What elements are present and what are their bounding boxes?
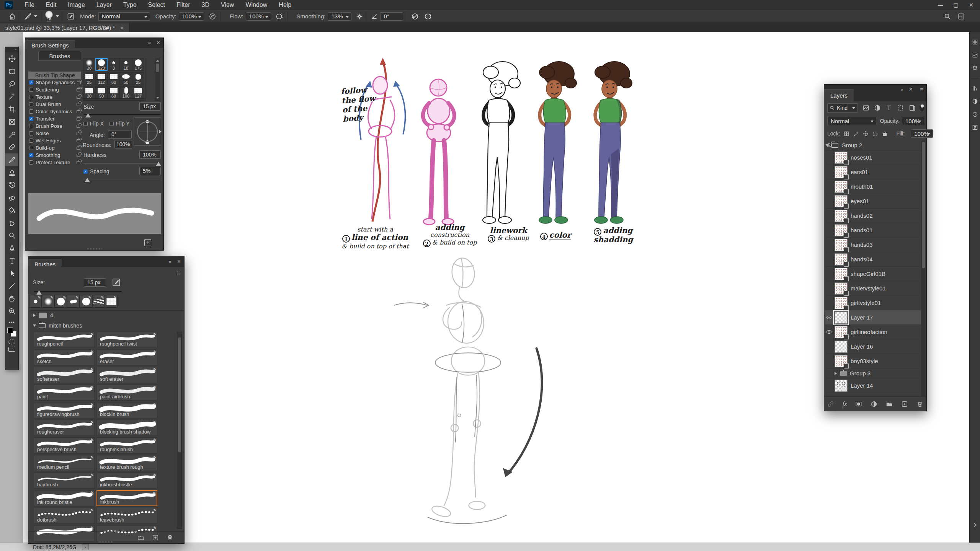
airbrush-icon[interactable]	[276, 13, 283, 20]
checkbox[interactable]	[29, 131, 33, 135]
smoothing-select[interactable]: 13%	[328, 12, 351, 21]
filter-toggle[interactable]	[920, 104, 924, 112]
layer-row[interactable]: Layer 14	[825, 378, 922, 393]
layer-row[interactable]: shapeGirl01B	[825, 267, 922, 281]
brush-option-row[interactable]: Smoothing	[28, 152, 81, 159]
menu-item[interactable]: Window	[245, 2, 267, 8]
brush-size-field[interactable]: 15 px	[84, 278, 106, 287]
layer-thumbnail[interactable]	[835, 341, 848, 353]
lock-transparency-icon[interactable]	[844, 131, 849, 137]
frame-tool[interactable]	[5, 116, 18, 128]
layer-thumbnail[interactable]	[835, 268, 848, 280]
layer-row[interactable]: mouth01	[825, 179, 922, 194]
brush-preset[interactable]: ✎ figuredrawingbrush	[34, 402, 95, 418]
brush-preset[interactable]: ✎ ink round bristle	[34, 490, 95, 506]
brush-preset[interactable]: ✎ blockin brush	[96, 402, 157, 418]
lock-icon[interactable]	[77, 154, 80, 157]
checkbox[interactable]	[29, 95, 33, 99]
lock-position-icon[interactable]	[863, 131, 869, 137]
angle-roundness-dial[interactable]	[134, 117, 161, 146]
pressure-opacity-icon[interactable]	[209, 13, 216, 20]
collapse-toolbar-icon[interactable]: »	[5, 47, 18, 52]
link-icon[interactable]	[827, 401, 834, 408]
new-group-icon[interactable]	[886, 401, 893, 408]
group-caret-icon[interactable]	[826, 144, 829, 147]
layer-row[interactable]: ears01	[825, 165, 922, 179]
lock-icon[interactable]	[77, 110, 80, 113]
brush-option-row[interactable]: Color Dynamics	[28, 108, 81, 115]
brush-tip-cell[interactable]: 60	[108, 86, 120, 99]
layer-row[interactable]: hands03	[825, 238, 922, 252]
brush-tip-shape-item[interactable]: Brush Tip Shape	[28, 72, 81, 79]
layer-thumbnail[interactable]	[835, 152, 848, 164]
filter-shape-icon[interactable]	[897, 104, 904, 111]
layer-thumbnail[interactable]	[835, 355, 848, 367]
brush-tip-cell[interactable]: 10	[120, 58, 132, 71]
collapse-panel-icon[interactable]: «	[148, 40, 151, 46]
close-tab-icon[interactable]: ×	[120, 24, 124, 31]
lasso-tool[interactable]	[5, 78, 18, 90]
menu-item[interactable]: Help	[279, 2, 291, 8]
brush-preset[interactable]: ✎ softeraser	[34, 367, 95, 383]
recent-brush-chip[interactable]: ✎	[105, 295, 118, 308]
recent-brush-chip[interactable]: ✎	[92, 295, 105, 308]
stroke-preview-toggle-icon[interactable]	[112, 278, 121, 287]
brush-option-row[interactable]: Texture	[28, 93, 81, 101]
collapse-panel-icon[interactable]: «	[169, 259, 172, 264]
brush-tip-cell[interactable]: 175	[132, 58, 144, 71]
layer-thumbnail[interactable]	[835, 326, 848, 338]
brush-group-collapsed[interactable]: 4	[30, 311, 183, 320]
swatches-panel-icon[interactable]	[972, 39, 978, 45]
spacing-field[interactable]: 5%	[139, 167, 161, 175]
lock-all-icon[interactable]	[882, 131, 888, 137]
layer-row[interactable]: Group 3	[825, 368, 922, 378]
brush-option-row[interactable]: Shape Dynamics	[28, 79, 81, 86]
brush-preset[interactable]: ✎ inkbrushbristle	[96, 473, 157, 489]
checkbox[interactable]	[29, 109, 33, 114]
brush-tool-preset-icon[interactable]	[24, 13, 32, 20]
checkbox[interactable]	[29, 160, 33, 165]
checkbox[interactable]	[29, 88, 33, 92]
visibility-toggle[interactable]	[825, 194, 834, 208]
brush-tip-cell[interactable]: 50	[120, 72, 132, 85]
libraries-panel-icon[interactable]	[972, 85, 978, 91]
adjustment-layer-icon[interactable]	[871, 401, 877, 408]
smoothing-gear-icon[interactable]	[356, 13, 363, 20]
hardness-field[interactable]: 100%	[139, 150, 161, 159]
expand-arrow-icon[interactable]	[972, 522, 978, 528]
paint-bucket-tool[interactable]	[5, 204, 18, 217]
gradients-panel-icon[interactable]	[972, 52, 978, 58]
menu-item[interactable]: Edit	[46, 2, 57, 8]
brush-tip-cell[interactable]: 25	[132, 72, 144, 85]
brush-preset[interactable]: ✎ dotbrush	[34, 508, 95, 524]
recent-brush-chip[interactable]: ✎	[42, 295, 54, 308]
layer-thumbnail[interactable]	[835, 239, 848, 251]
brush-tip-cell[interactable]: 100	[120, 86, 132, 99]
visibility-toggle[interactable]	[825, 325, 834, 339]
angle-field[interactable]: 0°	[108, 130, 132, 139]
menu-item[interactable]: Filter	[176, 2, 190, 8]
screen-mode-icon[interactable]	[8, 347, 15, 352]
brush-preset[interactable]: ✎ paint	[34, 385, 95, 401]
visibility-toggle[interactable]	[825, 267, 834, 281]
checkbox[interactable]	[29, 80, 33, 85]
layer-thumbnail[interactable]	[835, 166, 848, 178]
visibility-toggle[interactable]	[825, 281, 834, 295]
layer-style-fx-icon[interactable]: fx	[843, 401, 847, 408]
brush-preset[interactable]: ✎ hairbrush	[34, 473, 95, 489]
brush-preset[interactable]: ✎ blocking brush shadow	[96, 420, 157, 436]
properties-panel-icon[interactable]	[972, 124, 978, 130]
rectangular-marquee-tool[interactable]	[5, 65, 18, 78]
brush-tip-cell[interactable]: 50	[95, 86, 108, 99]
path-selection-tool[interactable]	[5, 267, 18, 280]
brush-preset[interactable]: ✎ rougheraser	[34, 420, 95, 436]
layer-mask-icon[interactable]	[855, 401, 862, 408]
menu-item[interactable]: Select	[148, 2, 165, 8]
maximize-icon[interactable]: ▢	[953, 2, 959, 8]
new-brush-icon[interactable]	[152, 534, 159, 541]
filter-type-icon[interactable]	[885, 104, 893, 111]
visibility-toggle[interactable]	[825, 354, 834, 368]
smudge-tool[interactable]	[5, 217, 18, 229]
layer-row[interactable]: girllineofaction	[825, 325, 922, 339]
checkbox[interactable]	[29, 153, 33, 157]
